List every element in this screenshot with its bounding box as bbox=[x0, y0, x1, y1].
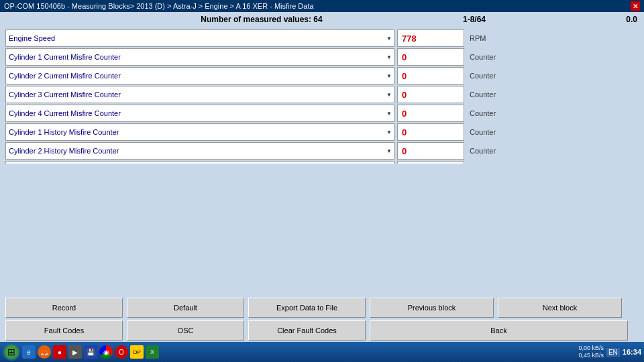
measure-select-wrapper-1: Cylinder 1 Current Misfire Counter bbox=[5, 48, 394, 66]
next-block-button[interactable]: Next block bbox=[498, 298, 622, 318]
taskbar-icon-app2[interactable]: ▶ bbox=[68, 345, 82, 359]
taskbar-icon-opcom[interactable]: OP bbox=[130, 345, 144, 359]
measure-row: Cylinder 4 Current Misfire Counter0Count… bbox=[5, 105, 639, 122]
measure-row: Cylinder 2 Current Misfire Counter0Count… bbox=[5, 67, 639, 84]
fault-codes-button[interactable]: Fault Codes bbox=[5, 320, 123, 341]
measure-select-7[interactable]: Cylinder 3 History Misfire Counter bbox=[5, 161, 394, 164]
measure-row: Cylinder 3 Current Misfire Counter0Count… bbox=[5, 86, 639, 103]
measure-select-4[interactable]: Cylinder 4 Current Misfire Counter bbox=[5, 105, 394, 122]
measure-select-5[interactable]: Cylinder 1 History Misfire Counter bbox=[5, 123, 394, 141]
header-right: 0.0 bbox=[626, 15, 637, 24]
title-text: OP-COM 150406b - Measuring Blocks> 2013 … bbox=[4, 2, 314, 10]
measure-select-wrapper-3: Cylinder 3 Current Misfire Counter bbox=[5, 86, 394, 103]
measure-select-wrapper-5: Cylinder 1 History Misfire Counter bbox=[5, 123, 394, 141]
measure-row: Cylinder 1 Current Misfire Counter0Count… bbox=[5, 48, 639, 66]
measure-value-4: 0 bbox=[397, 105, 464, 122]
header-range: 1-8/64 bbox=[463, 15, 486, 24]
back-button[interactable]: Back bbox=[370, 320, 628, 341]
measure-select-3[interactable]: Cylinder 3 Current Misfire Counter bbox=[5, 86, 394, 103]
lang-indicator: EN bbox=[606, 348, 620, 357]
measure-unit-2: Counter bbox=[467, 72, 514, 80]
taskbar: ⊞ e 🦊 ● ▶ 💾 ◉ O OP X 0,00 kB/s 0,45 kB/s… bbox=[0, 342, 644, 362]
measure-select-2[interactable]: Cylinder 2 Current Misfire Counter bbox=[5, 67, 394, 84]
taskbar-icon-app3[interactable]: 💾 bbox=[84, 345, 97, 359]
taskbar-icon-excel[interactable]: X bbox=[146, 345, 159, 359]
measure-unit-1: Counter bbox=[467, 53, 514, 61]
download-speed: 0,45 kB/s bbox=[578, 352, 604, 359]
measure-select-wrapper-0: Engine Speed bbox=[5, 29, 394, 47]
sys-tray: 0,00 kB/s 0,45 kB/s EN 16:34 bbox=[578, 345, 641, 359]
measure-select-0[interactable]: Engine Speed bbox=[5, 29, 394, 47]
measure-select-6[interactable]: Cylinder 2 History Misfire Counter bbox=[5, 142, 394, 160]
record-button[interactable]: Record bbox=[5, 298, 123, 318]
taskbar-left: ⊞ e 🦊 ● ▶ 💾 ◉ O OP X bbox=[3, 343, 159, 361]
taskbar-icon-ff[interactable]: 🦊 bbox=[38, 345, 51, 359]
clock: 16:34 bbox=[623, 348, 641, 356]
measure-unit-3: Counter bbox=[467, 90, 514, 99]
measure-value-5: 0 bbox=[397, 123, 464, 141]
measure-select-wrapper-7: Cylinder 3 History Misfire Counter bbox=[5, 161, 394, 164]
measure-value-3: 0 bbox=[397, 86, 464, 103]
measure-unit-5: Counter bbox=[467, 128, 514, 136]
taskbar-icon-chrome[interactable]: ◉ bbox=[99, 345, 113, 359]
start-button[interactable]: ⊞ bbox=[3, 343, 20, 361]
button-row-2: Fault Codes OSC Clear Fault Codes Back bbox=[5, 320, 639, 341]
osc-button[interactable]: OSC bbox=[127, 320, 244, 341]
measure-row: Cylinder 2 History Misfire Counter0Count… bbox=[5, 142, 639, 160]
button-area: Record Default Export Data to File Previ… bbox=[0, 295, 644, 342]
spacer bbox=[0, 164, 644, 295]
header-row: Number of measured values: 64 1-8/64 0.0 bbox=[0, 12, 644, 27]
measure-select-wrapper-4: Cylinder 4 Current Misfire Counter bbox=[5, 105, 394, 122]
measure-select-wrapper-2: Cylinder 2 Current Misfire Counter bbox=[5, 67, 394, 84]
close-button[interactable]: ✕ bbox=[631, 1, 640, 11]
taskbar-icon-app1[interactable]: ● bbox=[53, 345, 66, 359]
header-mid: Number of measured values: 64 bbox=[201, 15, 322, 24]
network-info: 0,00 kB/s 0,45 kB/s bbox=[578, 345, 604, 359]
taskbar-icon-ie[interactable]: e bbox=[22, 345, 36, 359]
title-bar: OP-COM 150406b - Measuring Blocks> 2013 … bbox=[0, 0, 644, 12]
measure-value-6: 0 bbox=[397, 142, 464, 160]
taskbar-right: 0,00 kB/s 0,45 kB/s EN 16:34 bbox=[578, 345, 641, 359]
export-button[interactable]: Export Data to File bbox=[248, 298, 366, 318]
measure-select-1[interactable]: Cylinder 1 Current Misfire Counter bbox=[5, 48, 394, 66]
measure-unit-0: RPM bbox=[467, 34, 514, 42]
button-row-1: Record Default Export Data to File Previ… bbox=[5, 298, 639, 318]
measure-row: Cylinder 1 History Misfire Counter0Count… bbox=[5, 123, 639, 141]
measure-unit-4: Counter bbox=[467, 109, 514, 117]
measure-value-1: 0 bbox=[397, 48, 464, 66]
previous-block-button[interactable]: Previous block bbox=[370, 298, 494, 318]
taskbar-icon-opera[interactable]: O bbox=[115, 345, 128, 359]
clear-fault-codes-button[interactable]: Clear Fault Codes bbox=[248, 320, 366, 341]
measure-value-0: 778 bbox=[397, 29, 464, 47]
default-button[interactable]: Default bbox=[127, 298, 244, 318]
main-content: Engine Speed778RPMCylinder 1 Current Mis… bbox=[0, 27, 644, 164]
measure-row: Engine Speed778RPM bbox=[5, 29, 639, 47]
measure-select-wrapper-6: Cylinder 2 History Misfire Counter bbox=[5, 142, 394, 160]
upload-speed: 0,00 kB/s bbox=[578, 345, 604, 352]
measure-value-2: 0 bbox=[397, 67, 464, 84]
measure-unit-6: Counter bbox=[467, 147, 514, 155]
